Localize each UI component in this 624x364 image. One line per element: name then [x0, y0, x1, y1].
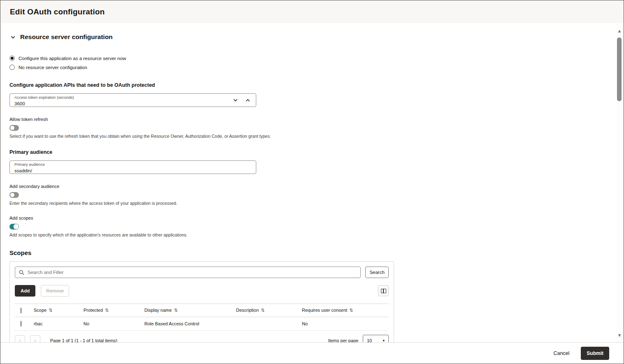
previous-page-button[interactable]: ‹ [15, 335, 25, 343]
add-secondary-audience-help: Enter the secondary recipients where the… [9, 201, 624, 206]
access-token-expiration-input[interactable] [14, 101, 187, 107]
add-scopes-label: Add scopes [9, 216, 624, 220]
manage-columns-button[interactable] [378, 285, 389, 296]
table-actions-row: Add Remove [15, 285, 389, 297]
scroll-up-icon[interactable]: ▲ [616, 29, 623, 33]
column-header-scope: Scope [34, 308, 46, 313]
pagination-status: Page 1 of 1 (1 - 1 of 1 total items) [50, 338, 117, 343]
field-label: Access token expiration (seconds) [14, 95, 252, 100]
column-header-requires-user-consent: Requires user consent [302, 308, 347, 313]
stepper-increment-icon[interactable] [245, 97, 251, 103]
main-content: Resource server configuration Configure … [0, 23, 624, 342]
items-per-page: Items per page 10 ▾ [328, 335, 389, 342]
radio-unselected-icon[interactable] [9, 65, 15, 70]
toggle-knob [14, 224, 19, 229]
search-row: Search [15, 267, 389, 278]
search-input[interactable] [28, 270, 357, 275]
sort-icon[interactable]: ⇅ [174, 308, 178, 313]
add-secondary-audience-label: Add secondary audience [9, 184, 624, 189]
toggle-knob [10, 125, 15, 130]
column-header-description: Description [236, 308, 259, 313]
chevron-down-icon [10, 35, 16, 40]
add-scopes-toggle[interactable] [9, 224, 19, 230]
stepper-decrement-icon[interactable] [233, 97, 238, 103]
caret-down-icon: ▾ [383, 338, 385, 343]
sort-icon[interactable]: ⇅ [105, 308, 109, 313]
toggle-knob [10, 192, 15, 197]
scopes-heading: Scopes [9, 249, 624, 256]
scopes-panel: Search Add Remove Scope⇅ Protected⇅ Disp… [9, 261, 394, 342]
scroll-down-icon[interactable]: ▼ [616, 333, 623, 338]
stepper-controls [233, 94, 251, 107]
pager-next-icon: › [34, 337, 36, 342]
sort-icon[interactable]: ⇅ [261, 308, 264, 313]
allow-token-refresh-toggle[interactable] [9, 125, 19, 131]
items-per-page-label: Items per page [328, 338, 358, 343]
edit-oauth-configuration-dialog: Edit OAuth configuration Resource server… [0, 0, 624, 364]
api-section-heading: Configure application APIs that need to … [9, 82, 624, 88]
radio-configure-resource-server[interactable]: Configure this application as a resource… [9, 56, 624, 61]
items-per-page-select[interactable]: 10 ▾ [363, 335, 389, 342]
add-scopes-help: Add scopes to specify which of the appli… [9, 232, 624, 237]
table-header-row: Scope⇅ Protected⇅ Display name⇅ Descript… [15, 304, 389, 317]
pagination-bar: ‹ › Page 1 of 1 (1 - 1 of 1 total items)… [15, 335, 389, 342]
cell-protected: No [82, 317, 143, 331]
sort-icon[interactable]: ⇅ [349, 308, 353, 313]
primary-audience-input[interactable] [14, 168, 187, 174]
search-box[interactable] [15, 267, 361, 278]
add-secondary-audience-toggle[interactable] [9, 192, 19, 198]
scrollbar-thumb[interactable] [617, 37, 622, 101]
cell-display-name: Role Based Access Control [143, 317, 234, 331]
items-per-page-value: 10 [367, 338, 372, 343]
page-title: Edit OAuth configuration [10, 7, 105, 16]
radio-label: No resource server configuration [19, 65, 87, 70]
primary-audience-field[interactable]: Primary audience [9, 160, 256, 174]
footer-action-bar: Cancel Submit [0, 342, 624, 364]
submit-button[interactable]: Submit [581, 347, 609, 360]
select-all-checkbox[interactable] [21, 308, 21, 313]
cell-scope: rbac [32, 317, 82, 331]
remove-button[interactable]: Remove [41, 285, 69, 297]
search-icon [19, 270, 24, 275]
search-button[interactable]: Search [365, 267, 389, 278]
radio-label: Configure this application as a resource… [19, 56, 126, 61]
field-label: Primary audience [14, 162, 252, 167]
primary-audience-heading: Primary audience [9, 149, 624, 155]
column-header-protected: Protected [84, 308, 103, 313]
titlebar: Edit OAuth configuration [0, 0, 624, 23]
access-token-expiration-field[interactable]: Access token expiration (seconds) [9, 93, 256, 107]
resource-server-section-toggle[interactable]: Resource server configuration [10, 33, 624, 41]
column-manager-icon [381, 289, 386, 293]
vertical-scrollbar[interactable]: ▲ ▼ [616, 24, 623, 342]
row-checkbox[interactable] [21, 321, 21, 327]
scopes-table: Scope⇅ Protected⇅ Display name⇅ Descript… [15, 304, 389, 331]
next-page-button[interactable]: › [30, 335, 40, 343]
radio-no-resource-server[interactable]: No resource server configuration [9, 65, 624, 70]
add-button[interactable]: Add [15, 285, 35, 297]
cancel-button[interactable]: Cancel [553, 350, 569, 356]
sort-icon[interactable]: ⇅ [49, 308, 52, 313]
allow-token-refresh-help: Select if you want to use the refresh to… [9, 134, 624, 139]
table-row[interactable]: rbac No Role Based Access Control No [15, 317, 389, 331]
pager-prev-icon: ‹ [19, 337, 21, 342]
resource-server-radio-group: Configure this application as a resource… [9, 56, 624, 70]
column-header-display-name: Display name [144, 308, 172, 313]
cell-requires-consent: No [300, 317, 389, 331]
cell-description [234, 317, 300, 331]
radio-selected-icon[interactable] [9, 56, 15, 61]
section-heading: Resource server configuration [20, 33, 113, 41]
allow-token-refresh-label: Allow token refresh [9, 117, 624, 122]
